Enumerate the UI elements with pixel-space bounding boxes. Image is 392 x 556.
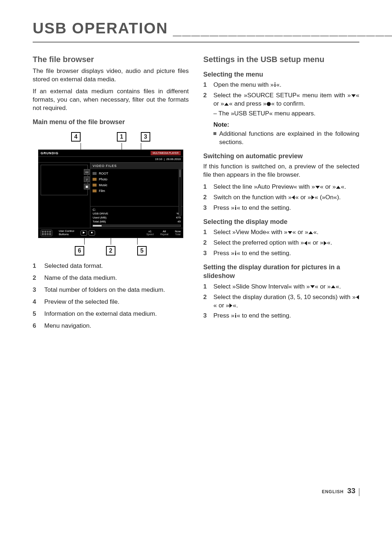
format-tab-audio: ♪ <box>84 176 90 182</box>
selecting-menu-heading: Selecting the menu <box>203 70 359 79</box>
drive-name: USB DRIVE <box>93 212 108 216</box>
ok-icon <box>267 102 271 106</box>
drive-icon <box>93 172 97 175</box>
format-tab-photo: ▣ <box>84 184 90 189</box>
left-icon <box>292 195 295 200</box>
file-browser-heading: The file browser <box>33 54 189 65</box>
sel-menu-step1: Open the menu with »i«. <box>213 81 359 89</box>
speed-val: x1 <box>148 230 151 233</box>
down-icon <box>310 285 315 288</box>
info-icon: i <box>235 312 237 320</box>
left-icon <box>356 295 359 299</box>
ref-4: Preview of the selected file. <box>44 298 119 306</box>
ref-2: Name of the data medium. <box>44 274 117 282</box>
callout-5: 5 <box>137 246 147 255</box>
used-label: Used (MB) <box>93 216 106 220</box>
file-root: ROOT <box>99 171 108 176</box>
note-title: Note: <box>213 121 359 129</box>
file-browser-para2: If an external data medium contains file… <box>33 87 189 113</box>
total-label: Total (MB) <box>93 220 106 224</box>
total-val2: Now <box>175 230 181 233</box>
ref-6: Menu navigation. <box>44 322 91 330</box>
capacity-bar <box>93 225 181 227</box>
callout-6: 6 <box>75 246 84 255</box>
disp-step2: Select the preferred option with »« or »… <box>213 239 359 247</box>
auto-step3: Press »i« to end the setting. <box>213 204 359 212</box>
callout-4: 4 <box>71 132 81 142</box>
file-browser-para1: The file browser displays video, audio a… <box>33 67 189 84</box>
left-column: The file browser The file browser displa… <box>33 53 189 334</box>
repeat-val: All <box>163 230 166 233</box>
auto-step2: Switch on the function with »« or »« (»O… <box>213 193 359 202</box>
callout-3: 3 <box>141 132 150 142</box>
format-tab-video: ▭ <box>84 169 90 175</box>
disp-step3: Press »i« to end the setting. <box>213 249 359 258</box>
ref-1: Selected data format. <box>44 262 103 270</box>
screen-time: 19:10 <box>155 158 162 161</box>
info-icon: i <box>274 81 276 89</box>
preview-pane <box>38 163 90 228</box>
total-val: 45 <box>177 220 181 224</box>
folder-icon <box>93 189 97 192</box>
remote-icon <box>41 230 52 236</box>
bullet-icon <box>213 132 216 135</box>
ref-3: Total number of folders on the data medi… <box>44 286 165 294</box>
down-icon <box>288 231 292 234</box>
repeat-lbl: Repeat <box>160 233 168 236</box>
page-title: USB OPERATION ________________________ <box>33 18 359 42</box>
down-icon <box>351 94 356 97</box>
reference-list: 1Selected data format. 2Name of the data… <box>33 262 189 330</box>
file-music: Music <box>99 183 107 187</box>
file-photo: Photo <box>99 177 107 181</box>
used-val: 475 <box>176 216 181 220</box>
file-browser-figure: 4 1 3 GRUNDIG MULTIMEDIA PLAYER 19:10 | … <box>33 132 189 255</box>
folder-icon <box>93 184 97 187</box>
main-menu-heading: Main menu of the file browser <box>33 118 189 126</box>
down-icon <box>315 186 320 189</box>
speed-lbl: Speed <box>146 233 154 236</box>
screen-mock: GRUNDIG MULTIMEDIA PLAYER 19:10 | 28.06.… <box>38 150 183 238</box>
right-icon <box>311 195 314 200</box>
auto-preview-heading: Switching on automatic preview <box>203 152 359 160</box>
info-icon: i <box>235 204 237 212</box>
buttons-label: Buttons <box>59 233 74 236</box>
footer-page-number: 33 <box>347 487 355 495</box>
slide-step1: Select »Slide Show Interval« with »« or … <box>213 283 359 291</box>
usb-settings-heading: Settings in the USB setup menu <box>203 54 359 65</box>
slideshow-duration-heading: Setting the display duration for picture… <box>203 263 359 281</box>
page-title-text: USB OPERATION <box>33 20 168 37</box>
left-icon <box>304 241 307 245</box>
info-icon: i <box>235 249 237 258</box>
footer-language: ENGLISH <box>322 489 344 494</box>
preview-frame <box>41 165 88 195</box>
stop-icon: ■ <box>89 230 95 236</box>
file-film: Film <box>99 189 105 193</box>
folder-icon <box>93 178 97 181</box>
files-pane: ▭ ♪ ▣ VIDEO FILES ROOT Photo Music Film <box>90 163 183 228</box>
files-header: VIDEO FILES <box>90 163 183 169</box>
right-column: Settings in the USB setup menu Selecting… <box>203 53 359 334</box>
sel-menu-step2: Select the »SOURCE SETUP« menu item with… <box>213 91 359 108</box>
disp-step1: Select »View Mode« with »« or »«. <box>213 228 359 237</box>
scrollbar <box>179 169 181 216</box>
mm-label: MULTIMEDIA PLAYER <box>151 151 181 155</box>
total-lbl: Total <box>175 233 181 236</box>
note-body: Additional functions are explained in th… <box>219 130 359 147</box>
page-footer: ENGLISH 33 <box>33 486 359 496</box>
right-icon <box>324 241 327 245</box>
sel-menu-dash: – The »USB SETUP« menu appears. <box>213 110 359 118</box>
up-icon <box>331 285 335 288</box>
play-icon: ▶ <box>81 230 87 236</box>
callout-2: 2 <box>106 246 115 255</box>
display-mode-heading: Selecting the display mode <box>203 217 359 226</box>
up-icon <box>336 186 340 189</box>
slide-step2: Select the display duration (3, 5, 10 se… <box>213 293 359 310</box>
screen-date: 28.06.2010 <box>166 158 181 161</box>
slide-step3: Press »i« to end the setting. <box>213 312 359 320</box>
up-icon <box>224 103 229 106</box>
auto-preview-para: If this function is switched on, a previ… <box>203 163 359 179</box>
up-icon <box>309 231 313 234</box>
auto-step1: Select the line »Auto Preview« with »« o… <box>213 183 359 191</box>
drive-letter: C: <box>93 208 96 212</box>
right-icon <box>229 303 232 308</box>
